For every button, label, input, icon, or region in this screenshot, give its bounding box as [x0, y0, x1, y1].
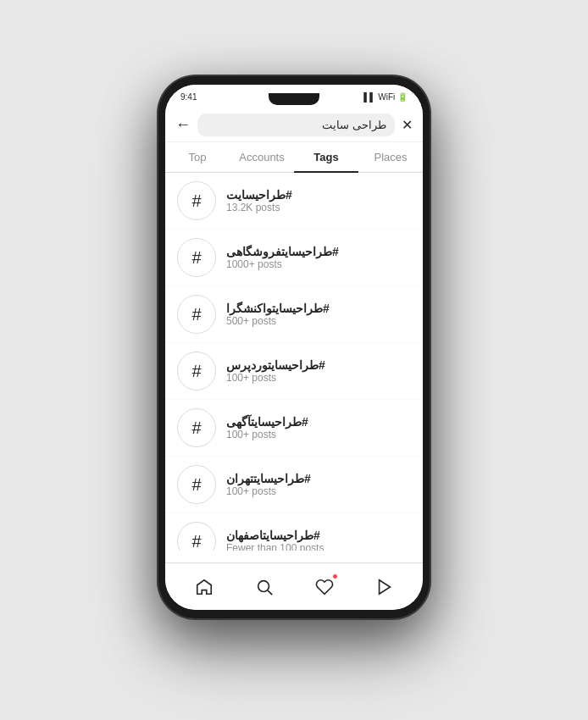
home-nav-button[interactable] — [187, 570, 221, 604]
time: 9:41 — [180, 92, 197, 102]
hashtag-icon-circle: # — [177, 522, 216, 551]
list-item[interactable]: # #طراحیسایت 13.2K posts — [165, 173, 423, 230]
tag-info: #طراحیسایتاصفهان Fewer than 100 posts — [226, 529, 411, 551]
camera-notch — [269, 93, 319, 105]
hashtag-symbol: # — [191, 248, 201, 268]
search-nav-button[interactable] — [247, 570, 281, 604]
hashtag-symbol: # — [191, 191, 201, 211]
hashtag-symbol: # — [191, 532, 201, 551]
tag-posts: 1000+ posts — [226, 258, 282, 270]
search-input[interactable]: طراحی سایت — [197, 114, 395, 136]
tag-info: #طراحیسایتواکنشگرا 500+ posts — [226, 302, 411, 327]
close-button[interactable]: ✕ — [402, 117, 413, 133]
search-header: ← طراحی سایت ✕ — [165, 108, 423, 142]
hashtag-icon-circle: # — [177, 181, 216, 220]
list-item[interactable]: # #طراحیسایتفروشگاهی 1000+ posts — [165, 230, 423, 286]
list-item[interactable]: # #طراحیسایتواکنشگرا 500+ posts — [165, 286, 423, 343]
tag-name: #طراحیسایت — [226, 188, 292, 202]
tag-info: #طراحیسایت 13.2K posts — [226, 188, 411, 213]
hashtag-symbol: # — [191, 475, 201, 495]
notification-dot — [332, 573, 338, 579]
heart-nav-button[interactable] — [308, 570, 341, 604]
hashtag-icon-circle: # — [177, 352, 216, 390]
svg-marker-2 — [379, 579, 390, 594]
tab-tags[interactable]: Tags — [294, 142, 358, 172]
tag-name: #طراحیسایتآگهی — [226, 415, 308, 429]
svg-point-0 — [258, 580, 269, 591]
back-button[interactable]: ← — [175, 116, 191, 134]
tag-posts: 100+ posts — [226, 372, 276, 384]
svg-line-1 — [268, 590, 272, 595]
tab-top[interactable]: Top — [165, 142, 230, 172]
list-item[interactable]: # #طراحیسایتتهران 100+ posts — [165, 457, 423, 513]
results-list: # #طراحیسایت 13.2K posts # #طراحیسایتفرو… — [165, 173, 423, 551]
phone-frame: 9:41 ▌▌ WiFi 🔋 ← طراحی سایت ✕ Top Accoun… — [158, 76, 430, 618]
tag-name: #طراحیسایتفروشگاهی — [226, 245, 339, 258]
hashtag-icon-circle: # — [177, 408, 216, 447]
signal-icons: ▌▌ WiFi 🔋 — [363, 92, 408, 102]
tag-name: #طراحیسایتاصفهان — [226, 529, 320, 542]
tag-posts: 100+ posts — [226, 485, 276, 497]
hashtag-icon-circle: # — [177, 238, 216, 277]
tag-info: #طراحیسایتفروشگاهی 1000+ posts — [226, 245, 411, 270]
tag-posts: 100+ posts — [226, 429, 276, 440]
list-item[interactable]: # #طراحیسایتاصفهان Fewer than 100 posts — [165, 513, 423, 551]
hashtag-symbol: # — [191, 305, 201, 324]
phone-screen: 9:41 ▌▌ WiFi 🔋 ← طراحی سایت ✕ Top Accoun… — [165, 85, 423, 610]
tab-places[interactable]: Places — [358, 142, 423, 172]
tag-info: #طراحیسایتتهران 100+ posts — [226, 472, 411, 497]
hashtag-symbol: # — [191, 362, 201, 381]
tag-posts: Fewer than 100 posts — [226, 542, 324, 551]
tag-name: #طراحیسایتواکنشگرا — [226, 302, 330, 315]
hashtag-symbol: # — [191, 418, 201, 438]
video-nav-button[interactable] — [368, 570, 402, 604]
hashtag-icon-circle: # — [177, 295, 216, 334]
tag-posts: 500+ posts — [226, 315, 276, 327]
list-item[interactable]: # #طراحیسایتوردپرس 100+ posts — [165, 343, 423, 400]
tab-accounts[interactable]: Accounts — [230, 142, 294, 172]
tag-posts: 13.2K posts — [226, 202, 280, 213]
tag-name: #طراحیسایتوردپرس — [226, 358, 325, 372]
tag-name: #طراحیسایتتهران — [226, 472, 311, 485]
tabs-row: Top Accounts Tags Places — [165, 142, 423, 173]
tag-info: #طراحیسایتوردپرس 100+ posts — [226, 358, 411, 384]
tag-info: #طراحیسایتآگهی 100+ posts — [226, 415, 411, 440]
list-item[interactable]: # #طراحیسایتآگهی 100+ posts — [165, 400, 423, 457]
hashtag-icon-circle: # — [177, 465, 216, 504]
bottom-nav — [165, 562, 423, 610]
